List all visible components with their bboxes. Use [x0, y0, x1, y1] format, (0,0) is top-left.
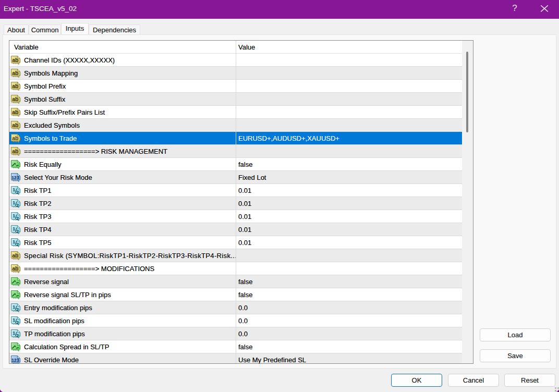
svg-text:ab: ab	[12, 122, 18, 128]
svg-text:2: 2	[16, 333, 19, 338]
svg-text:1: 1	[13, 304, 15, 310]
svg-text:ab: ab	[12, 252, 18, 259]
svg-text:2: 2	[16, 242, 19, 247]
svg-text:ab: ab	[12, 70, 18, 76]
svg-text:ab: ab	[12, 57, 18, 63]
svg-text:ab: ab	[12, 109, 18, 115]
svg-text:123: 123	[11, 176, 19, 180]
svg-text:2: 2	[16, 229, 19, 234]
svg-text:ab: ab	[12, 83, 18, 89]
svg-text:123: 123	[11, 358, 19, 363]
svg-text:2: 2	[16, 203, 19, 208]
svg-text:ab: ab	[12, 96, 18, 102]
svg-text:2: 2	[16, 320, 19, 325]
svg-text:1: 1	[13, 187, 15, 192]
svg-text:1: 1	[13, 200, 15, 205]
svg-text:2: 2	[16, 307, 19, 312]
svg-text:ab: ab	[12, 148, 18, 154]
svg-text:1: 1	[13, 239, 15, 244]
svg-text:2: 2	[16, 190, 19, 195]
svg-text:2: 2	[16, 216, 19, 221]
svg-text:ab: ab	[12, 135, 18, 141]
svg-text:1: 1	[13, 330, 15, 336]
svg-text:1: 1	[13, 317, 15, 323]
svg-text:ab: ab	[12, 265, 18, 272]
svg-text:1: 1	[13, 226, 15, 231]
svg-text:1: 1	[13, 213, 15, 218]
